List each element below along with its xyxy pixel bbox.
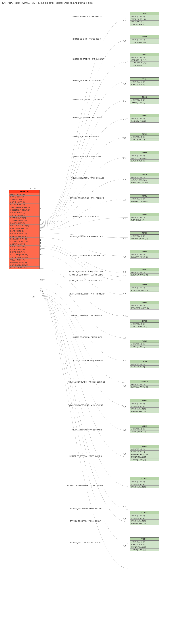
ref-table-name: TIV01 xyxy=(130,114,159,117)
ref-field: MANDT [CLNT (3)] xyxy=(130,98,159,101)
ref-table-name: VIMI01 xyxy=(130,399,159,402)
cardinality: {0,1} xyxy=(123,271,126,273)
relation-label: RVIMI01_ZS-KOEIGR = TIVC6-KOEIGR xyxy=(71,314,102,316)
cardinality: 0..N xyxy=(123,385,126,387)
relation-label: RVIMI01_ZS-SGEBSMENR = VIMI01-SMENR xyxy=(68,404,103,406)
ref-table-vimi01: VIMI01 MANDT [CLNT (3)] BUKRS [CHAR (4)]… xyxy=(130,399,159,413)
cardinality: 0..N xyxy=(123,238,126,239)
relation-label: RVIMI01_ZS-SADRME = SANO1-OBJNR xyxy=(72,58,104,60)
ref-table-name: TIV38 xyxy=(130,283,159,286)
cardinality: 0..N xyxy=(123,119,126,120)
ref-field: SGRNR [CHAR (8)] xyxy=(130,522,159,525)
relation-label: RVIMI01_ZS-REFANG = VIMI33-SMVANG xyxy=(69,455,102,457)
multiplicity: 1 xyxy=(40,242,41,244)
main-field: SGENR [CHAR (8)] xyxy=(9,203,39,206)
ref-field: BUKRS [CHAR (4)] xyxy=(130,450,159,453)
cardinality: 0..N xyxy=(123,506,126,508)
ref-field: MANDT [CLNT (3)] xyxy=(130,402,159,405)
relation-label: RVIMI01_ZS-SSTCKBIS = TIV37-SSTOCKW xyxy=(69,270,103,272)
cardinality: 0..N xyxy=(123,314,126,316)
ref-table-vimi11: VIMI11 MANDT [CLNT (3)] SBWNR [NUMC (7)] xyxy=(130,424,159,433)
ref-table-name: TGSB xyxy=(130,96,159,98)
ref-field: SBWNR [NUMC (7)] xyxy=(130,430,159,433)
ref-table-name: TIV43 xyxy=(130,301,159,304)
cardinality: 0..N xyxy=(123,453,126,455)
ref-table-name: TIVC6 xyxy=(130,320,159,322)
relation-label: RVIMI01_ZS-SSTOCKW = TIV37-SSTOCKW xyxy=(69,274,103,276)
main-field: MANDT [CLNT (3)] xyxy=(9,193,39,196)
ref-table-name: TKA01 xyxy=(130,340,159,343)
main-field: RPROZGRD [CHAR (2)] xyxy=(9,224,39,227)
cardinality: 0..N xyxy=(123,429,126,431)
ref-table-name: TIV37 xyxy=(130,268,159,271)
main-field: SSTCKBIS [NUMC (3)] xyxy=(9,256,39,258)
multiplicity: {0,1} xyxy=(40,290,43,292)
main-field: RWASSER [NUMC (2)] xyxy=(9,235,39,238)
ref-field: MANDT [CLNT (3)] xyxy=(130,136,159,138)
main-table: RVIMI01_ZS MANDT [CLNT (3)] BUKRS [CHAR … xyxy=(9,190,40,269)
main-field: SWENR [CHAR (8)] xyxy=(9,198,39,201)
ref-field: SMIETSP [CHAR (6)] xyxy=(130,178,159,181)
ref-table-sano1: SANO1 MANDT [CLNT (3)] ADRNR [CHAR (10)]… xyxy=(130,53,159,67)
ref-field: MANDT [CLNT (3)] xyxy=(130,428,159,430)
main-field: PRCTR [CHAR (10)] xyxy=(9,245,39,248)
ref-field: MANDT [CLNT (3)] xyxy=(130,343,159,345)
ref-table-name: TKB1A xyxy=(130,360,159,363)
ref-field: SMENR [CHAR (8)] xyxy=(130,410,159,413)
ref-table-name: TIV31 xyxy=(130,194,159,198)
ref-field: SMKLASS [NUMC (2)] xyxy=(130,181,159,184)
ref-field: SNUNR [NUMC (4)] xyxy=(130,120,159,122)
ref-table-name: T001 xyxy=(130,78,159,80)
ref-table-tiv32: TIV32 MANDT [CLNT (3)] RLIFT [NUMC (2)] xyxy=(130,213,159,222)
relation-label: RVIMI01_ZS-SGEBSWENR = VIOB01-SWENR xyxy=(67,484,103,486)
multiplicity: 1 xyxy=(40,230,41,232)
ref-field: MANDT [CLNT (3)] xyxy=(130,514,159,517)
ref-field: MANDT [CLNT (3)] xyxy=(130,363,159,366)
ref-field: BUKRS [CHAR (4)] xyxy=(130,517,159,520)
cardinality: 0..N xyxy=(123,406,126,408)
ref-table-tiv34: TIV34 MANDT [CLNT (3)] RWASSER [NUMC (2)… xyxy=(130,250,159,258)
ref-field: MANDT [CLNT (3)] xyxy=(130,176,159,178)
cardinality: 0..N xyxy=(123,137,126,139)
ref-field: SGRUNDB [NUMC (8)] xyxy=(130,386,159,388)
ref-table-name: VIMI33 xyxy=(130,445,159,448)
ref-field: RMEDIEN [NUMC (3)] xyxy=(130,237,159,240)
ref-table-tiv22: TIV22 MANDT [CLNT (3)] SMIETSP [CHAR (6)… xyxy=(130,151,159,162)
ref-table-name: CEPC xyxy=(130,12,159,15)
ref-field: SMIETSP [CHAR (6)] xyxy=(130,157,159,160)
cardinality: 0..N xyxy=(123,20,126,22)
relation-label: RVIMI01_ZS-BUKRS = T001-BUKRS xyxy=(72,80,101,82)
ref-field: PRCTR [CHAR (10)] xyxy=(130,18,159,20)
ref-field: OBJNR [CHAR (22)] xyxy=(130,41,159,44)
ref-field: BUKRS [CHAR (4)] xyxy=(130,83,159,86)
cardinality: 0..N xyxy=(123,518,126,520)
relation-label: RVIMI01_ZS-RPROZGRD = TIV43-RPROZGRD xyxy=(68,293,105,295)
ref-field: MANDT [CLNT (3)] xyxy=(130,80,159,83)
ref-table-tiv01: TIV01 MANDT [CLNT (3)] SNUNR [NUMC (4)] xyxy=(130,114,159,122)
ref-table-name: ONR00 xyxy=(130,36,159,38)
relation-label: RVIMI01_ZS-SGENR = VIOB03-SGENR xyxy=(70,542,101,544)
ref-field: KOEIGR [CHAR (10)] xyxy=(130,325,159,328)
ref-field: MANDT [CLNT (3)] xyxy=(130,383,159,386)
relation-label: RVIMI01_ZS-PRCTR = CEPC-PRCTR xyxy=(72,16,102,17)
cardinality: 0..N xyxy=(123,293,126,295)
ref-field: MANDT [CLNT (3)] xyxy=(130,271,159,274)
cardinality: {0,1} xyxy=(123,275,126,276)
multiplicity: 1 xyxy=(40,208,41,210)
ref-field: SMENR [CHAR (8)] xyxy=(130,458,159,461)
cardinality: 0..N xyxy=(123,545,126,547)
ref-field: SGENR [CHAR (8)] xyxy=(130,548,159,551)
multiplicity: 1 xyxy=(40,245,41,247)
ref-table-tiv37: TIV37 MANDT [CLNT (3)] SSTOCKW [NUMC (3)… xyxy=(130,268,159,276)
ref-field: MANDT [CLNT (3)] xyxy=(130,540,159,543)
ref-field: DATBI [DATS (8)] xyxy=(130,20,159,23)
ref-table-tiv38: TIV38 MANDT [CLNT (3)] RLGESCH [CHAR (2)… xyxy=(130,283,159,292)
ref-field: BUKRS [CHAR (4)] xyxy=(130,483,159,486)
ref-field: MANDT [CLNT (3)] xyxy=(130,56,159,59)
ref-table-tiv23: TIV23 MANDT [CLNT (3)] SMIETSP [CHAR (6)… xyxy=(130,173,159,184)
relation-label: RVIMI01_ZS-RWASSER = TIV34-RWASSER xyxy=(70,254,104,256)
ref-field: MANDT [CLNT (3)] xyxy=(130,304,159,307)
ref-table-tkb1a: TKB1A MANDT [CLNT (3)] APROF [CHAR (6)] xyxy=(130,360,159,368)
relation-label: RVIMI01_ZS-RLIFT = TIV32-RLIFT xyxy=(72,216,99,218)
ref-field: SSTOCKW [NUMC (3)] xyxy=(130,274,159,276)
